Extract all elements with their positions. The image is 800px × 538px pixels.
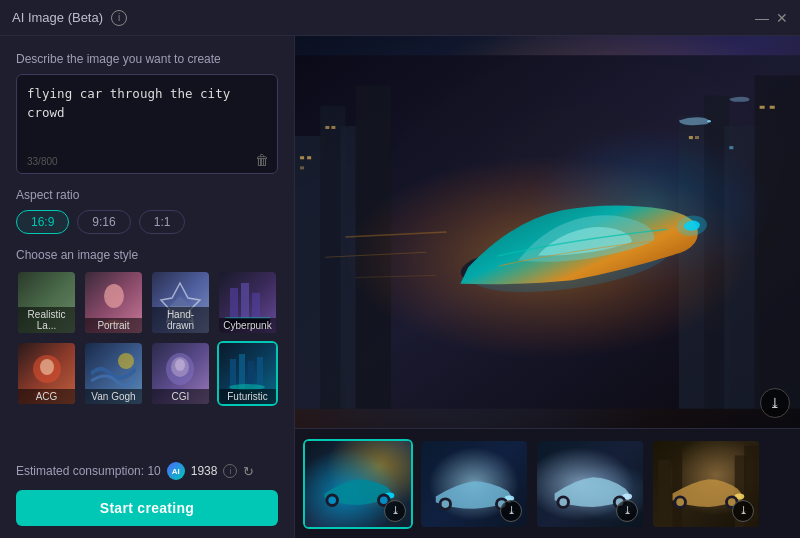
style-handdrawn-label: Hand-drawn <box>152 307 209 333</box>
style-acg-label: ACG <box>18 389 75 404</box>
main-image-display <box>295 36 800 428</box>
info-icon[interactable]: i <box>111 10 127 26</box>
svg-point-9 <box>40 359 54 375</box>
credits-info-icon[interactable]: i <box>223 464 237 478</box>
thumbnail-3-download[interactable]: ⤓ <box>616 500 638 522</box>
thumbnails-strip: ⤓ ⤓ <box>295 428 800 538</box>
thumbnail-1-download[interactable]: ⤓ <box>384 500 406 522</box>
style-realistic-label: Realistic La... <box>18 307 75 333</box>
aspect-ratio-label: Aspect ratio <box>16 188 278 202</box>
refresh-icon[interactable]: ↻ <box>243 464 254 479</box>
download-main-button[interactable]: ⤓ <box>760 388 790 418</box>
style-cgi-label: CGI <box>152 389 209 404</box>
main-layout: Describe the image you want to create fl… <box>0 36 800 538</box>
svg-rect-15 <box>239 354 245 389</box>
svg-rect-68 <box>658 460 669 527</box>
image-style-label: Choose an image style <box>16 248 278 262</box>
svg-rect-27 <box>755 75 800 408</box>
aspect-1-1-button[interactable]: 1:1 <box>139 210 186 234</box>
style-cyberpunk-label: Cyberpunk <box>219 318 276 333</box>
style-acg[interactable]: ACG <box>16 341 77 406</box>
consumption-row: Estimated consumption: 10 AI 1938 i ↻ <box>16 462 278 480</box>
thumbnail-3[interactable]: ⤓ <box>535 439 645 529</box>
svg-point-13 <box>175 359 185 371</box>
aspect-9-16-button[interactable]: 9:16 <box>77 210 130 234</box>
title-bar: AI Image (Beta) i — ✕ <box>0 0 800 36</box>
svg-rect-17 <box>257 357 263 389</box>
prompt-label: Describe the image you want to create <box>16 52 278 66</box>
svg-point-0 <box>104 284 124 308</box>
svg-rect-3 <box>230 288 238 318</box>
svg-point-52 <box>707 120 711 122</box>
right-panel: ⤓ ⤓ <box>295 36 800 538</box>
consumption-label: Estimated consumption: 10 <box>16 464 161 478</box>
thumbnail-2[interactable]: ⤓ <box>419 439 529 529</box>
svg-rect-36 <box>760 106 765 109</box>
thumbnail-4[interactable]: ⤓ <box>651 439 761 529</box>
svg-rect-28 <box>300 156 304 159</box>
thumbnail-2-download[interactable]: ⤓ <box>500 500 522 522</box>
credit-count: 1938 <box>191 464 218 478</box>
aspect-16-9-button[interactable]: 16:9 <box>16 210 69 234</box>
svg-rect-29 <box>307 156 311 159</box>
style-cgi[interactable]: CGI <box>150 341 211 406</box>
title-bar-controls: — ✕ <box>756 12 788 24</box>
svg-rect-4 <box>241 283 249 318</box>
style-realistic[interactable]: Realistic La... <box>16 270 77 335</box>
close-button[interactable]: ✕ <box>776 12 788 24</box>
prompt-counter: 33/800 <box>27 156 58 167</box>
svg-rect-30 <box>300 166 304 169</box>
svg-rect-32 <box>331 126 335 129</box>
svg-rect-14 <box>230 359 236 389</box>
left-panel: Describe the image you want to create fl… <box>0 36 295 538</box>
thumbnail-1[interactable]: ⤓ <box>303 439 413 529</box>
style-portrait[interactable]: Portrait <box>83 270 144 335</box>
style-handdrawn[interactable]: Hand-drawn <box>150 270 211 335</box>
style-portrait-label: Portrait <box>85 318 142 333</box>
prompt-wrapper: flying car through the city crowd 33/800… <box>16 74 278 174</box>
svg-rect-69 <box>673 450 683 526</box>
thumbnail-4-download[interactable]: ⤓ <box>732 500 754 522</box>
style-futuristic[interactable]: Futuristic <box>217 341 278 406</box>
style-vangogh[interactable]: Van Gogh <box>83 341 144 406</box>
svg-point-10 <box>118 353 134 369</box>
style-cyberpunk[interactable]: Cyberpunk <box>217 270 278 335</box>
bottom-bar: Estimated consumption: 10 AI 1938 i ↻ St… <box>16 462 278 526</box>
svg-rect-5 <box>252 293 260 318</box>
aspect-ratio-buttons: 16:9 9:16 1:1 <box>16 210 278 234</box>
svg-point-60 <box>442 500 450 508</box>
start-creating-button[interactable]: Start creating <box>16 490 278 526</box>
style-vangogh-label: Van Gogh <box>85 389 142 404</box>
style-futuristic-label: Futuristic <box>219 389 276 404</box>
prompt-input[interactable]: flying car through the city crowd <box>27 85 267 145</box>
svg-point-74 <box>676 498 684 506</box>
svg-point-65 <box>559 498 567 506</box>
svg-point-55 <box>328 496 336 504</box>
app-title: AI Image (Beta) <box>12 10 103 25</box>
aspect-ratio-section: Aspect ratio 16:9 9:16 1:1 <box>16 188 278 234</box>
ai-badge: AI <box>167 462 185 480</box>
style-grid: Realistic La... Portrait <box>16 270 278 406</box>
title-bar-left: AI Image (Beta) i <box>12 10 756 26</box>
minimize-button[interactable]: — <box>756 12 768 24</box>
main-image-area: ⤓ <box>295 36 800 428</box>
clear-prompt-icon[interactable]: 🗑 <box>255 152 269 168</box>
svg-rect-31 <box>325 126 329 129</box>
prompt-section: Describe the image you want to create fl… <box>16 52 278 174</box>
svg-rect-37 <box>770 106 775 109</box>
image-style-section: Choose an image style Realistic La... Po… <box>16 248 278 406</box>
